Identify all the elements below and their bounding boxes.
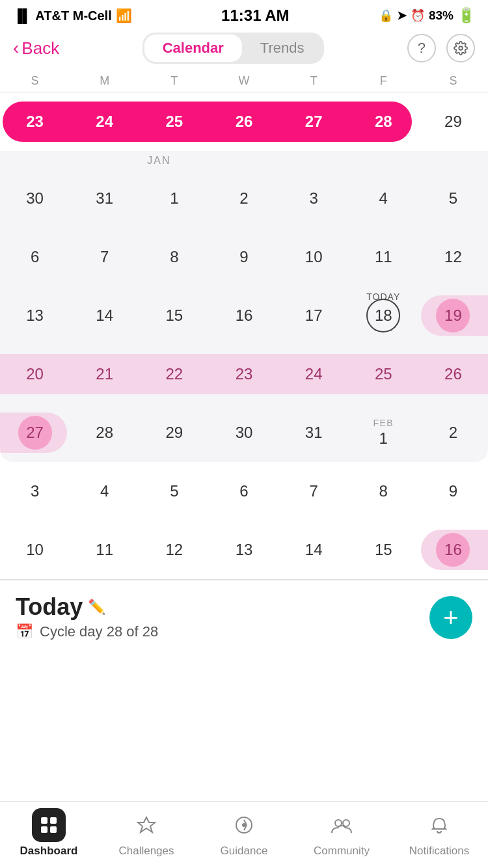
day-feb-12[interactable]: 12 bbox=[139, 521, 209, 579]
day-feb-2[interactable]: 2 bbox=[418, 403, 488, 462]
dashboard-icon bbox=[32, 808, 66, 842]
day-jan-26[interactable]: 26 bbox=[418, 345, 488, 403]
trends-tab[interactable]: Trends bbox=[242, 34, 323, 62]
week-feb10: 10 11 12 13 14 15 16 bbox=[0, 521, 488, 579]
day-jan-18-today[interactable]: TODAY 18 bbox=[349, 286, 418, 345]
battery-icon: 🔋 bbox=[457, 7, 475, 24]
day-jan-20[interactable]: 20 bbox=[0, 345, 70, 403]
day-jan-29[interactable]: 29 bbox=[139, 403, 209, 462]
day-jan-9[interactable]: 9 bbox=[209, 228, 278, 286]
day-feb-6[interactable]: 6 bbox=[209, 462, 278, 521]
nav-notifications[interactable]: Notifications bbox=[400, 808, 478, 858]
day-feb-8[interactable]: 8 bbox=[349, 462, 418, 521]
day-jan-7[interactable]: 7 bbox=[70, 228, 139, 286]
day-jan-21[interactable]: 21 bbox=[70, 345, 139, 403]
bottom-nav: Dashboard Challenges Guidance bbox=[0, 801, 488, 868]
day-header-s1: S bbox=[0, 74, 70, 88]
day-jan-4[interactable]: 4 bbox=[349, 169, 418, 228]
day-feb-7[interactable]: 7 bbox=[279, 462, 349, 521]
day-feb-11[interactable]: 11 bbox=[70, 521, 139, 579]
day-jan-30[interactable]: 30 bbox=[209, 403, 278, 462]
day-feb-5[interactable]: 5 bbox=[139, 462, 209, 521]
nav-bar: ‹ Back Calendar Trends ? bbox=[0, 29, 488, 68]
battery-info: 🔒 ➤ ⏰ 83% 🔋 bbox=[379, 7, 475, 24]
day-jan-3[interactable]: 3 bbox=[279, 169, 349, 228]
day-jan-27[interactable]: 27 bbox=[0, 403, 70, 462]
lock-icon: 🔒 bbox=[379, 8, 393, 23]
today-info: Today ✏️ 📅 Cycle day 28 of 28 bbox=[16, 593, 158, 640]
day-dec-30[interactable]: 30 bbox=[0, 169, 70, 228]
day-jan-10[interactable]: 10 bbox=[279, 228, 349, 286]
day-feb-4[interactable]: 4 bbox=[70, 462, 139, 521]
community-icon bbox=[325, 808, 359, 842]
svg-point-0 bbox=[459, 46, 463, 50]
day-feb-16[interactable]: 16 bbox=[418, 521, 488, 579]
week-jan27: 27 28 29 30 31 FEB 1 2 bbox=[0, 403, 488, 462]
calendar-tab[interactable]: Calendar bbox=[144, 34, 242, 62]
day-jan-28[interactable]: 28 bbox=[70, 403, 139, 462]
add-button[interactable]: + bbox=[429, 596, 472, 639]
day-dec-25[interactable]: 25 bbox=[139, 92, 209, 151]
settings-button[interactable] bbox=[446, 34, 475, 62]
day-dec-24[interactable]: 24 bbox=[70, 92, 139, 151]
notifications-label: Notifications bbox=[409, 845, 470, 858]
day-header-m: M bbox=[70, 74, 139, 88]
dashboard-label: Dashboard bbox=[20, 845, 78, 858]
help-button[interactable]: ? bbox=[407, 34, 436, 62]
day-feb-14[interactable]: 14 bbox=[279, 521, 349, 579]
day-jan-25[interactable]: 25 bbox=[349, 345, 418, 403]
carrier-info: ▐▌ AT&T M-Cell 📶 bbox=[13, 8, 132, 23]
battery-text: 83% bbox=[429, 8, 454, 23]
day-header-s2: S bbox=[418, 74, 488, 88]
day-feb-15[interactable]: 15 bbox=[349, 521, 418, 579]
day-jan-5[interactable]: 5 bbox=[418, 169, 488, 228]
day-jan-19[interactable]: 19 bbox=[418, 286, 488, 345]
day-headers: S M T W T F S bbox=[0, 68, 488, 92]
day-dec-23[interactable]: 23 bbox=[0, 92, 70, 151]
nav-community[interactable]: Community bbox=[303, 808, 381, 858]
day-feb-9[interactable]: 9 bbox=[418, 462, 488, 521]
day-jan-24[interactable]: 24 bbox=[279, 345, 349, 403]
week-feb3: 3 4 5 6 7 8 9 bbox=[0, 462, 488, 521]
week-jan6: 6 7 8 9 10 11 12 bbox=[0, 228, 488, 286]
back-arrow-icon: ‹ bbox=[13, 38, 19, 59]
day-dec-31[interactable]: 31 bbox=[70, 169, 139, 228]
cycle-day-text: Cycle day 28 of 28 bbox=[40, 623, 158, 640]
day-jan-17[interactable]: 17 bbox=[279, 286, 349, 345]
day-jan-15[interactable]: 15 bbox=[139, 286, 209, 345]
day-dec-28[interactable]: 28 bbox=[349, 92, 418, 151]
community-label: Community bbox=[314, 845, 370, 858]
today-subtitle: 📅 Cycle day 28 of 28 bbox=[16, 623, 158, 640]
svg-rect-1 bbox=[41, 817, 47, 824]
svg-rect-2 bbox=[50, 817, 57, 824]
day-jan-14[interactable]: 14 bbox=[70, 286, 139, 345]
nav-dashboard[interactable]: Dashboard bbox=[10, 808, 88, 858]
day-dec-27[interactable]: 27 bbox=[279, 92, 349, 151]
day-feb-10[interactable]: 10 bbox=[0, 521, 70, 579]
challenges-label: Challenges bbox=[118, 845, 174, 858]
day-jan-13[interactable]: 13 bbox=[0, 286, 70, 345]
day-jan-1[interactable]: 1 bbox=[139, 169, 209, 228]
day-header-t1: T bbox=[139, 74, 209, 88]
day-feb-13[interactable]: 13 bbox=[209, 521, 278, 579]
back-button[interactable]: ‹ Back bbox=[13, 38, 59, 59]
day-jan-2[interactable]: 2 bbox=[209, 169, 278, 228]
guidance-label: Guidance bbox=[221, 845, 268, 858]
day-jan-16[interactable]: 16 bbox=[209, 286, 278, 345]
today-circle: 18 bbox=[366, 299, 400, 332]
nav-challenges[interactable]: Challenges bbox=[107, 808, 185, 858]
pencil-icon[interactable]: ✏️ bbox=[88, 599, 105, 616]
day-feb-3[interactable]: 3 bbox=[0, 462, 70, 521]
day-jan-31[interactable]: 31 bbox=[279, 403, 349, 462]
day-jan-22[interactable]: 22 bbox=[139, 345, 209, 403]
day-jan-12[interactable]: 12 bbox=[418, 228, 488, 286]
day-jan-6[interactable]: 6 bbox=[0, 228, 70, 286]
day-19-circle: 19 bbox=[436, 299, 470, 332]
day-jan-23[interactable]: 23 bbox=[209, 345, 278, 403]
day-dec-29[interactable]: 29 bbox=[418, 92, 488, 151]
day-dec-26[interactable]: 26 bbox=[209, 92, 278, 151]
day-jan-11[interactable]: 11 bbox=[349, 228, 418, 286]
nav-guidance[interactable]: Guidance bbox=[205, 808, 283, 858]
day-jan-8[interactable]: 8 bbox=[139, 228, 209, 286]
day-feb-1[interactable]: FEB 1 bbox=[349, 403, 418, 462]
